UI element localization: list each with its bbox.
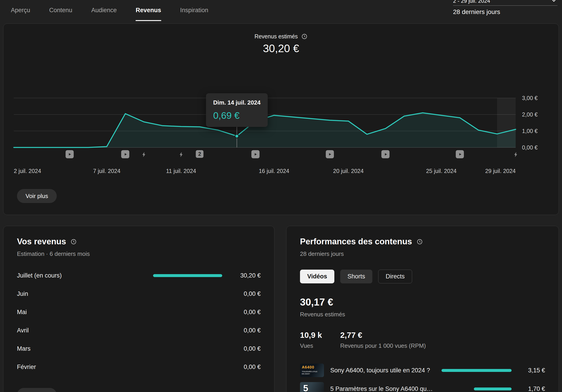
month-row[interactable]: Février 0,00 € bbox=[17, 358, 261, 376]
video-revenue-value: 1,70 € bbox=[518, 385, 545, 392]
rpm-label: Revenus pour 1 000 vues (RPM) bbox=[340, 342, 426, 349]
top-navigation-bar: Aperçu Contenu Audience Revenus Inspirat… bbox=[0, 0, 562, 21]
x-axis-label: 11 juil. 2024 bbox=[166, 168, 196, 174]
month-row[interactable]: Juillet (en cours) 30,20 € bbox=[17, 267, 261, 285]
content-performance-subtitle: 28 derniers jours bbox=[300, 250, 545, 258]
video-marker-icon[interactable] bbox=[121, 150, 129, 158]
stats-row: 10,9 k Vues 2,77 € Revenus pour 1 000 vu… bbox=[300, 331, 545, 349]
shorts-marker-icon[interactable] bbox=[140, 150, 148, 159]
thumbnail-text: 5 bbox=[303, 383, 308, 392]
month-label: Juin bbox=[17, 290, 28, 297]
see-more-button[interactable]: Voir plus bbox=[17, 388, 57, 392]
month-value: 0,00 € bbox=[229, 364, 261, 370]
x-axis-label: 16 juil. 2024 bbox=[259, 168, 289, 174]
y-axis-labels: 3,00 €2,00 €1,00 €0,00 € bbox=[522, 97, 558, 149]
y-axis-label: 1,00 € bbox=[522, 128, 538, 134]
tab-inspiration[interactable]: Inspiration bbox=[180, 7, 209, 21]
estimated-revenue-total: 30,20 € bbox=[3, 42, 559, 55]
thumbnail-text: TOUJOURS UTILE EN 2024? bbox=[302, 370, 318, 375]
video-marker-icon[interactable] bbox=[381, 150, 389, 158]
video-revenue-bar bbox=[474, 388, 512, 391]
month-row[interactable]: Juin 0,00 € bbox=[17, 285, 261, 303]
revenue-plot-area[interactable]: Dim. 14 juil. 2024 0,69 € bbox=[14, 97, 516, 149]
video-thumbnail[interactable]: A6400 TOUJOURS UTILE EN 2024? bbox=[300, 364, 324, 377]
revenue-bar bbox=[153, 274, 222, 277]
video-revenue-value: 3,15 € bbox=[518, 367, 545, 374]
shorts-marker-icon[interactable] bbox=[511, 150, 520, 159]
clock-icon[interactable] bbox=[70, 239, 77, 245]
your-revenue-title: Vos revenus bbox=[17, 237, 66, 246]
video-row[interactable]: A6400 TOUJOURS UTILE EN 2024? Sony A6400… bbox=[300, 362, 545, 378]
content-type-chips: Vidéos Shorts Directs bbox=[300, 270, 545, 283]
rpm-stat: 2,77 € Revenus pour 1 000 vues (RPM) bbox=[340, 331, 426, 349]
your-revenue-card: Vos revenus Estimation · 6 derniers mois… bbox=[3, 226, 274, 392]
videos-revenue-total-label: Revenus estimés bbox=[300, 311, 545, 318]
content-performance-title: Performances des contenus bbox=[300, 237, 412, 246]
video-marker-icon[interactable] bbox=[66, 150, 74, 158]
tab-revenus[interactable]: Revenus bbox=[136, 7, 161, 21]
month-value: 0,00 € bbox=[229, 327, 261, 334]
clock-icon[interactable] bbox=[301, 34, 307, 40]
y-axis-label: 2,00 € bbox=[522, 111, 538, 118]
month-label: Avril bbox=[17, 327, 29, 334]
tooltip-date: Dim. 14 juil. 2024 bbox=[213, 99, 261, 106]
x-axis-label: 29 juil. 2024 bbox=[485, 168, 516, 174]
month-label: Mai bbox=[17, 309, 27, 316]
tab-contenu[interactable]: Contenu bbox=[49, 7, 72, 21]
y-axis-label: 3,00 € bbox=[522, 95, 538, 101]
video-title: 5 Paramètres sur le Sony A6400 que tu ne… bbox=[330, 385, 435, 392]
month-value: 0,00 € bbox=[229, 345, 261, 352]
see-more-button[interactable]: Voir plus bbox=[17, 189, 57, 203]
content-performance-card: Performances des contenus 28 derniers jo… bbox=[286, 226, 559, 392]
date-range-preset: 28 derniers jours bbox=[453, 8, 558, 16]
month-value: 30,20 € bbox=[229, 272, 261, 279]
video-marker-icon[interactable] bbox=[326, 150, 334, 158]
x-axis-label: 7 juil. 2024 bbox=[93, 168, 120, 174]
multi-video-marker[interactable]: 2 bbox=[196, 150, 203, 158]
month-row[interactable]: Avril 0,00 € bbox=[17, 321, 261, 340]
views-stat: 10,9 k Vues bbox=[300, 331, 339, 349]
date-range-picker[interactable]: 2 - 29 juil. 2024 28 derniers jours bbox=[453, 0, 558, 16]
month-value: 0,00 € bbox=[229, 309, 261, 316]
video-markers-row: 2 bbox=[14, 150, 516, 161]
estimated-revenue-chart-card: Revenus estimés 30,20 € Dim. 14 juil. 20… bbox=[3, 23, 559, 215]
rpm-value: 2,77 € bbox=[340, 331, 426, 340]
month-label: Février bbox=[17, 364, 36, 370]
video-revenue-bar bbox=[442, 369, 512, 372]
x-axis-label: 2 juil. 2024 bbox=[14, 168, 41, 174]
y-axis-label: 0,00 € bbox=[522, 144, 538, 151]
month-label: Juillet (en cours) bbox=[17, 272, 62, 279]
clock-icon[interactable] bbox=[417, 239, 423, 245]
date-range-text: 2 - 29 juil. 2024 bbox=[453, 0, 490, 4]
videos-revenue-total: 30,17 € bbox=[300, 296, 545, 308]
chart-title: Revenus estimés bbox=[255, 33, 298, 40]
chart-tooltip: Dim. 14 juil. 2024 0,69 € bbox=[206, 93, 268, 127]
views-label: Vues bbox=[300, 342, 339, 349]
video-marker-icon[interactable] bbox=[251, 150, 259, 158]
your-revenue-subtitle: Estimation · 6 derniers mois bbox=[17, 250, 261, 258]
tab-audience[interactable]: Audience bbox=[91, 7, 117, 21]
x-axis-labels: 2 juil. 20247 juil. 202411 juil. 202416 … bbox=[14, 168, 516, 175]
video-row[interactable]: 5 5 Paramètres sur le Sony A6400 que tu … bbox=[300, 381, 545, 392]
month-value: 0,00 € bbox=[229, 290, 261, 297]
chip-directs[interactable]: Directs bbox=[378, 270, 412, 283]
views-value: 10,9 k bbox=[300, 331, 339, 340]
monthly-revenue-list: Juillet (en cours) 30,20 € Juin 0,00 € M… bbox=[17, 267, 261, 376]
thumbnail-text: A6400 bbox=[302, 365, 314, 370]
chip-shorts[interactable]: Shorts bbox=[340, 270, 372, 283]
video-thumbnail[interactable]: 5 bbox=[300, 382, 324, 392]
video-marker-icon[interactable] bbox=[456, 150, 464, 158]
x-axis-label: 20 juil. 2024 bbox=[333, 168, 364, 174]
chevron-down-icon[interactable] bbox=[550, 0, 558, 4]
x-axis-label: 25 juil. 2024 bbox=[426, 168, 457, 174]
video-title: Sony A6400, toujours utile en 2024 ? bbox=[330, 367, 435, 374]
month-row[interactable]: Mars 0,00 € bbox=[17, 340, 261, 358]
tab-apercu[interactable]: Aperçu bbox=[11, 7, 30, 21]
month-row[interactable]: Mai 0,00 € bbox=[17, 303, 261, 321]
shorts-marker-icon[interactable] bbox=[177, 150, 185, 159]
top-videos-list: A6400 TOUJOURS UTILE EN 2024? Sony A6400… bbox=[300, 362, 545, 392]
tooltip-value: 0,69 € bbox=[213, 110, 261, 121]
month-label: Mars bbox=[17, 345, 31, 352]
chip-videos[interactable]: Vidéos bbox=[300, 270, 334, 283]
